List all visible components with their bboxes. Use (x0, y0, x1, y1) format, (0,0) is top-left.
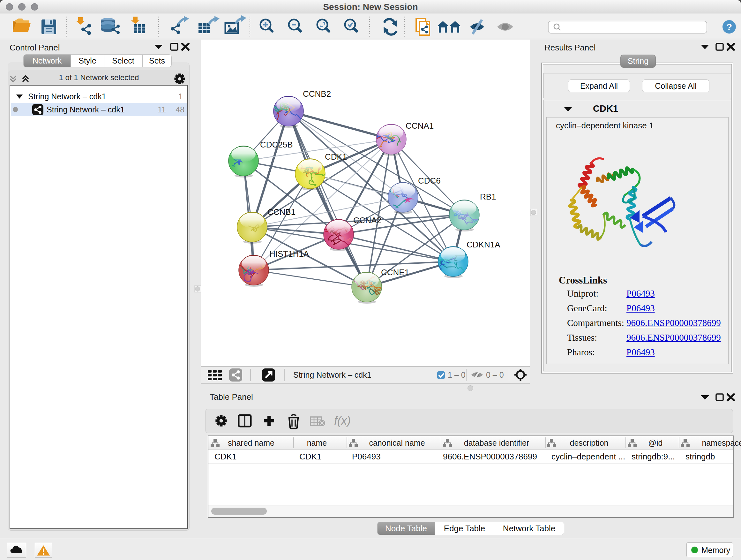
svg-text:f(x): f(x) (334, 414, 351, 427)
svg-text:canonical name: canonical name (369, 438, 425, 447)
svg-text:@id: @id (649, 438, 663, 447)
svg-text:cyclin–dependent ...: cyclin–dependent ... (551, 452, 625, 461)
svg-text:CDK1: CDK1 (214, 452, 237, 461)
svg-text:9606.ENSP00000378699: 9606.ENSP00000378699 (443, 452, 537, 461)
svg-text:shared name: shared name (228, 438, 274, 447)
svg-text:CDK1: CDK1 (299, 452, 321, 461)
svg-text:name: name (307, 438, 327, 447)
svg-text:P06493: P06493 (352, 452, 381, 461)
svg-text:stringdb:9...: stringdb:9... (631, 452, 675, 461)
svg-text:namespace: namespace (702, 438, 741, 447)
svg-text:database identifier: database identifier (464, 438, 529, 447)
svg-text:stringdb: stringdb (685, 452, 715, 461)
svg-text:description: description (570, 438, 609, 447)
